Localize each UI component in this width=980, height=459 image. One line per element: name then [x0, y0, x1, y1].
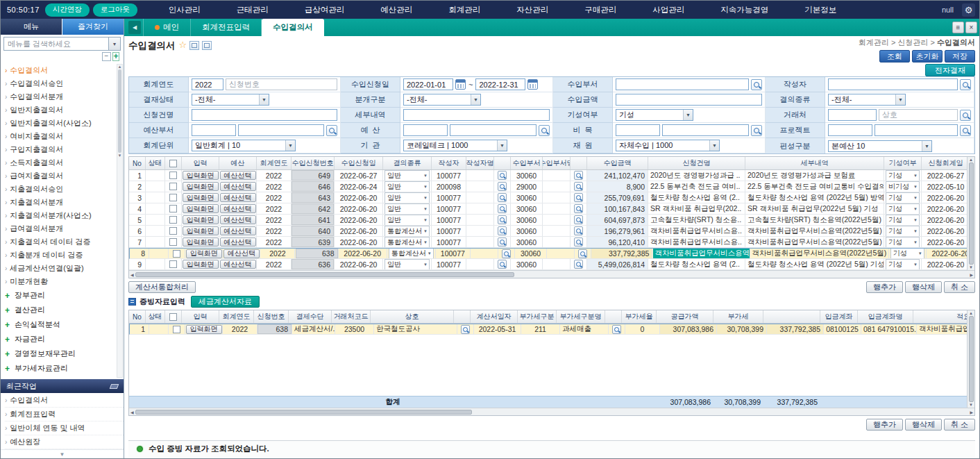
budget-select-button[interactable]: 예산선택 — [220, 226, 256, 235]
budget-select-button[interactable]: 예산선택 — [220, 260, 256, 269]
menu-search-input[interactable]: 메뉴를 검색하세요 ▾ — [3, 37, 121, 51]
search-icon[interactable] — [498, 204, 507, 213]
search-icon[interactable] — [751, 125, 762, 136]
top-menu-item[interactable]: 예산관리 — [362, 5, 430, 15]
table-row[interactable]: 1 입력화면 2022 638 세금계산서/.. 23500 한국철도공사 — [129, 324, 967, 335]
tab-voucher-entry[interactable]: 회계전표입력 — [191, 19, 262, 36]
table-row[interactable]: 5 입력화면 예산선택 2022 641 2022-06-20 일반▼ — [129, 215, 967, 226]
table-row[interactable]: 9 입력화면 예산선택 2022 636 2022-06-20 일반▼ — [129, 259, 967, 270]
recent-work-item[interactable]: ›회계전표입력 — [5, 408, 124, 422]
income-amount-input[interactable] — [616, 94, 762, 106]
expand-plus-icon[interactable]: + — [5, 291, 12, 301]
sidebar-menu-item[interactable]: ›일반지출결의서 — [5, 103, 115, 117]
select-all-checkbox[interactable] — [169, 313, 177, 321]
search-icon[interactable] — [574, 193, 583, 202]
input-screen-button[interactable]: 입력화면 — [183, 171, 219, 180]
recent-work-item[interactable]: ›일반이체 연동 및 내역 — [5, 422, 124, 435]
sidebar-menu-item[interactable]: ›급여결의서분개 — [5, 222, 115, 235]
sidebar-menu-item[interactable]: ›지출결의서분개 — [5, 196, 115, 209]
expand-plus-icon[interactable]: + — [5, 320, 12, 330]
add-row-button[interactable]: 행추가 — [866, 419, 903, 431]
sidebar-menu-item[interactable]: ›여비지출결의서 — [5, 130, 115, 143]
settings-gear-icon[interactable]: ⚙ — [962, 3, 975, 17]
save-button[interactable]: 저장 — [945, 50, 975, 62]
sidebar-menu-item[interactable]: ›지출결의서분개(사업소) — [5, 209, 115, 222]
sidebar-tree-item[interactable]: +경영정보재무관리 — [5, 347, 115, 361]
extend-time-button[interactable]: 시간연장 — [45, 3, 90, 17]
table-row[interactable]: 4 입력화면 예산선택 2022 642 2022-06-20 일반▼ — [129, 203, 967, 215]
table-row[interactable]: 3 입력화면 예산선택 2022 643 2022-06-20 일반▼ — [129, 192, 967, 203]
sidebar-menu-item[interactable]: ›급여지출결의서 — [5, 169, 115, 183]
search-icon[interactable] — [498, 237, 507, 247]
sidebar-scrollbar[interactable]: ▲▼ — [117, 64, 123, 378]
select-all-checkbox[interactable] — [169, 160, 177, 167]
grid2-vertical-scrollbar[interactable]: ▲▼ — [967, 310, 974, 408]
grid1-horizontal-scrollbar[interactable]: ◀▶ — [129, 270, 974, 278]
input-screen-button[interactable]: 입력화면 — [183, 226, 219, 235]
tab-close-icon[interactable]: × — [965, 22, 977, 33]
expand-plus-icon[interactable]: + — [5, 335, 12, 344]
completion-select[interactable]: 비기성▼ — [886, 181, 920, 192]
table-row[interactable]: 2 입력화면 예산선택 2022 646 2022-06-24 일반▼ — [129, 181, 967, 192]
sidebar-menu-item[interactable]: ›지출결의서 데이터 검증 — [5, 235, 115, 249]
input-screen-button[interactable]: 입력화면 — [183, 182, 219, 191]
search-icon[interactable] — [574, 237, 583, 247]
search-icon[interactable] — [574, 204, 583, 213]
row-checkbox[interactable] — [169, 260, 177, 268]
top-menu-item[interactable]: 구매관리 — [566, 5, 634, 15]
completion-select[interactable]: 기성▼ — [886, 203, 920, 214]
approval-status-select[interactable]: -전체-▼ — [192, 94, 269, 106]
search-icon[interactable] — [498, 182, 507, 191]
budget-select-button[interactable]: 예산선택 — [220, 204, 256, 213]
search-icon[interactable] — [612, 325, 621, 334]
sidebar-tree-item[interactable]: +손익실적분석 — [5, 317, 115, 332]
table-row[interactable]: 1 입력화면 예산선택 2022 649 2022-06-27 일반▼ — [129, 170, 967, 181]
completion-select[interactable]: 기성▼ — [886, 259, 920, 269]
row-checkbox[interactable] — [169, 183, 177, 190]
input-screen-button[interactable]: 입력화면 — [186, 249, 222, 258]
search-icon[interactable] — [574, 226, 583, 235]
vendor-name-input[interactable]: 상호 — [879, 109, 958, 121]
search-icon[interactable] — [498, 260, 507, 269]
sidebar-menu-item[interactable]: ›수입결의서 — [5, 64, 115, 77]
input-screen-button[interactable]: 입력화면 — [186, 325, 222, 334]
search-icon[interactable] — [498, 226, 507, 235]
clear-recent-icon[interactable] — [110, 384, 119, 389]
expand-plus-icon[interactable]: + — [5, 364, 12, 374]
tax-invoice-button[interactable]: 세금계산서자료 — [191, 296, 260, 308]
project-name-input[interactable] — [875, 124, 958, 136]
sidebar-menu-item[interactable]: ›지출결의서승인 — [5, 183, 115, 196]
sidebar-menu-item[interactable]: ›수입결의서분개 — [5, 90, 115, 103]
row-checkbox[interactable] — [169, 216, 177, 224]
expand-all-button[interactable]: + — [112, 52, 119, 61]
top-menu-item[interactable]: 인사관리 — [151, 5, 219, 15]
request-no-input[interactable]: 신청번호 — [226, 78, 337, 90]
row-checkbox[interactable] — [173, 250, 180, 258]
sidebar-tab-favorites[interactable]: 즐겨찾기 — [62, 19, 124, 35]
search-icon[interactable] — [574, 182, 583, 191]
sidebar-menu-item[interactable]: ›소득지출결의서 — [5, 156, 115, 169]
top-menu-item[interactable]: 자산관리 — [498, 5, 566, 15]
expense-item-name-input[interactable] — [662, 124, 749, 136]
row-checkbox[interactable] — [169, 238, 177, 246]
search-icon[interactable] — [498, 215, 507, 224]
journal-type-select[interactable]: -전체-▼ — [403, 94, 481, 106]
search-icon[interactable] — [960, 79, 971, 90]
kind-select[interactable]: 일반▼ — [385, 170, 430, 181]
search-dropdown-icon[interactable]: ▾ — [108, 37, 120, 50]
row-checkbox[interactable] — [169, 172, 177, 179]
logout-button[interactable]: 로그아웃 — [93, 3, 137, 17]
kind-select[interactable]: 통합계산서▼ — [389, 249, 434, 258]
search-icon[interactable] — [960, 125, 971, 136]
search-icon[interactable] — [578, 249, 587, 258]
budget-dept-name-input[interactable] — [238, 124, 324, 136]
input-screen-button[interactable]: 입력화면 — [183, 237, 219, 247]
detail-input[interactable] — [403, 109, 550, 121]
search-icon[interactable] — [326, 125, 337, 136]
search-icon[interactable] — [574, 215, 583, 224]
budget-select-button[interactable]: 예산선택 — [220, 171, 256, 180]
top-menu-item[interactable]: 회계관리 — [430, 5, 498, 15]
completion-select[interactable]: 기성▼ — [886, 215, 920, 225]
calendar-icon[interactable] — [527, 79, 538, 90]
search-button[interactable]: 조회 — [879, 50, 910, 62]
